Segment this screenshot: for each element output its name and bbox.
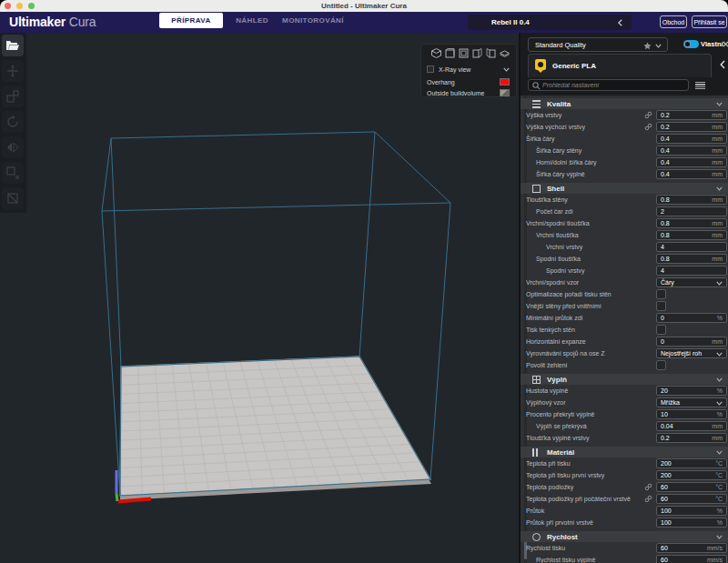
- chevron-down-icon: [716, 352, 723, 357]
- setting-value-field[interactable]: 60mm/s: [656, 555, 727, 563]
- close-icon[interactable]: [723, 41, 728, 47]
- section-header-infill[interactable]: Výplň: [521, 374, 728, 385]
- chevron-down-icon: [655, 44, 662, 48]
- setting-row: Vrchní vrstvy4: [521, 241, 728, 253]
- view-front-icon[interactable]: [445, 48, 455, 58]
- setting-value-field[interactable]: 100%: [656, 506, 727, 516]
- setting-label: Teplota podložky při počáteční vrstvě: [526, 493, 631, 505]
- setting-label: Teplota při tisku první vrstvy: [526, 469, 604, 481]
- setting-row: Šířka čáry stěny0.4mm: [521, 145, 728, 156]
- setting-value-field[interactable]: 0mm: [656, 337, 727, 347]
- setting-value-field[interactable]: 200°C: [656, 470, 727, 480]
- scale-icon: [6, 90, 19, 103]
- view-mode-icon: [427, 65, 434, 73]
- link-icon: [644, 495, 652, 503]
- setting-value-field[interactable]: 0%: [656, 313, 727, 323]
- search-settings-input[interactable]: Prohledat nastavení: [528, 79, 689, 91]
- view-right-icon[interactable]: [486, 48, 496, 58]
- setting-label: Výplňový vzor: [526, 397, 566, 408]
- material-badge-icon: [535, 59, 546, 70]
- setting-value-field[interactable]: 0.4mm: [656, 157, 727, 167]
- setting-value-field[interactable]: 60°C: [656, 482, 727, 492]
- setting-row: Rychlost tisku výplně60mm/s: [521, 554, 728, 563]
- camera-view-icons: [431, 48, 510, 58]
- view-top-icon[interactable]: [459, 48, 469, 58]
- section-header-material[interactable]: Materiál: [521, 447, 728, 457]
- setting-value-field[interactable]: 100%: [656, 518, 727, 528]
- setting-row: Teplota při tisku200°C: [521, 457, 728, 469]
- setting-label: Tisk tenkých stěn: [526, 324, 575, 336]
- 3d-viewport[interactable]: X-Ray view Overhang Outside buildvolume: [0, 33, 519, 563]
- marketplace-button[interactable]: Obchod: [660, 15, 687, 28]
- setting-value-field[interactable]: 60°C: [656, 494, 727, 504]
- setting-row: Vrchní tloušťka0.8mm: [521, 229, 728, 241]
- tab-monitor[interactable]: MONITOROVÁNÍ: [280, 13, 346, 28]
- setting-label: Teplota podložky: [526, 481, 573, 493]
- setting-row: Výplňový vzorMřížka: [521, 397, 728, 408]
- setting-value-field[interactable]: 0.8mm: [656, 195, 727, 205]
- setting-checkbox[interactable]: [656, 289, 666, 299]
- setting-value-field[interactable]: 0.2mm: [656, 433, 727, 443]
- toggle-knob: [684, 41, 691, 47]
- setting-value-field[interactable]: 0.4mm: [656, 169, 727, 179]
- setting-value-field[interactable]: 200°C: [656, 458, 727, 468]
- settings-visibility-menu-icon[interactable]: [695, 82, 705, 89]
- setting-value-field[interactable]: 0.04mm: [656, 421, 727, 431]
- move-icon: [6, 65, 19, 77]
- setting-value-field[interactable]: 4: [656, 266, 727, 276]
- setting-value-field[interactable]: 0.2mm: [656, 122, 727, 132]
- legend-outside-buildvolume: Outside buildvolume: [421, 87, 516, 98]
- collapse-panel-chevron-icon[interactable]: [720, 60, 725, 69]
- setting-value-field[interactable]: 60mm/s: [656, 543, 727, 553]
- setting-checkbox[interactable]: [656, 360, 666, 370]
- configuration-header: Standard Quality Vlastní Generic PLA Pro…: [521, 33, 728, 96]
- section-header-shell[interactable]: Shell: [521, 183, 728, 194]
- profile-dropdown[interactable]: Standard Quality: [528, 37, 668, 52]
- printer-selector[interactable]: Rebel II 0.4: [468, 15, 632, 30]
- setting-value-field[interactable]: 4: [656, 242, 727, 252]
- setting-value-field[interactable]: 0.4mm: [656, 134, 727, 144]
- setting-label: Hustota výplně: [526, 385, 568, 397]
- setting-row: Vrchní/spodní vzorČáry: [521, 276, 728, 288]
- setting-label: Vrchní/spodní vzor: [526, 276, 579, 288]
- chevron-down-icon: [716, 102, 723, 106]
- build-volume: [0, 33, 519, 563]
- setting-checkbox[interactable]: [656, 325, 666, 335]
- setting-value-field[interactable]: 20%: [656, 386, 727, 396]
- setting-value-field[interactable]: 0.2mm: [656, 110, 727, 120]
- setting-value-field[interactable]: 10%: [656, 409, 727, 419]
- section-header-quality[interactable]: Kvalita: [521, 98, 728, 109]
- setting-label: Teplota při tisku: [526, 457, 571, 469]
- setting-row: Průtok100%: [521, 505, 728, 517]
- setting-checkbox[interactable]: [656, 301, 666, 311]
- setting-dropdown[interactable]: Čáry: [656, 277, 727, 287]
- view-mode-dropdown[interactable]: X-Ray view: [421, 64, 516, 75]
- setting-row: Výplň se překrývá0.04mm: [521, 420, 728, 432]
- app-logo: Ultimaker Cura: [9, 15, 96, 29]
- open-file-button[interactable]: [2, 35, 24, 56]
- infill-icon: [532, 376, 541, 384]
- view-3d-icon[interactable]: [431, 48, 441, 58]
- section-header-speed[interactable]: Rychlost: [521, 531, 728, 542]
- setting-value-field[interactable]: 0.8mm: [656, 230, 727, 240]
- custom-settings-toggle[interactable]: [683, 40, 699, 48]
- setting-label: Šířka čáry stěny: [536, 145, 581, 156]
- chevron-down-icon: [716, 535, 723, 539]
- view-left-icon[interactable]: [472, 48, 482, 58]
- setting-value-field[interactable]: 0.8mm: [656, 254, 727, 264]
- main-header: Ultimaker Cura PŘÍPRAVA NÁHLED MONITOROV…: [0, 12, 728, 33]
- signin-button[interactable]: Přihlásit se: [692, 15, 727, 28]
- setting-dropdown[interactable]: Mřížka: [656, 397, 727, 407]
- setting-value-field[interactable]: 0.4mm: [656, 146, 727, 156]
- setting-dropdown[interactable]: Nejostřejší roh: [656, 348, 727, 358]
- tab-preview[interactable]: NÁHLED: [229, 13, 275, 28]
- setting-value-field[interactable]: 0.8mm: [656, 218, 727, 228]
- setting-label: Povolit žehlení: [526, 359, 568, 371]
- setting-label: Výška vrstvy: [526, 109, 561, 121]
- speed-icon: [532, 533, 541, 541]
- material-selector[interactable]: Generic PLA: [528, 54, 712, 77]
- tab-prepare[interactable]: PŘÍPRAVA: [159, 13, 223, 28]
- setting-value-field[interactable]: 2: [656, 206, 727, 216]
- window-title: Untitled - Ultimaker Cura: [0, 0, 728, 12]
- view-bottom-icon[interactable]: [500, 48, 510, 58]
